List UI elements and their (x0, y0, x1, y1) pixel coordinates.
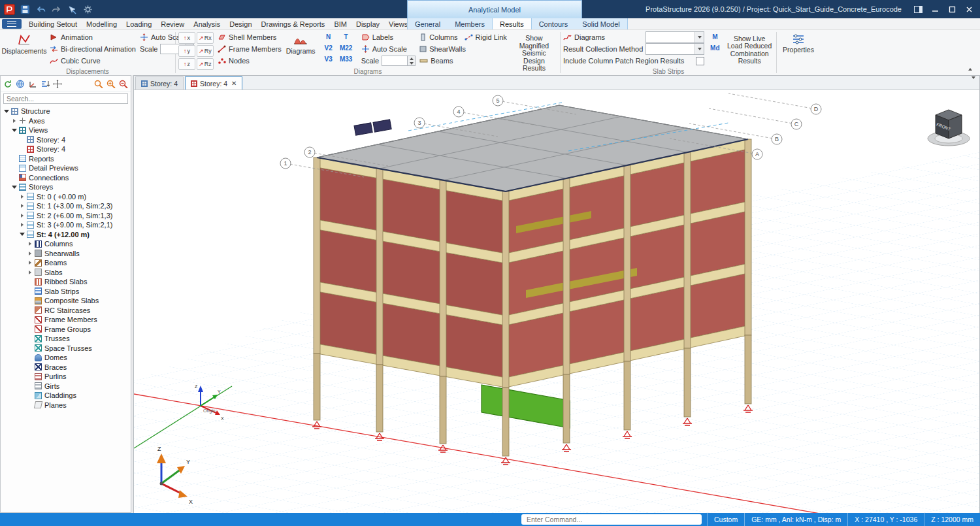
tree-item-slabs[interactable]: Slabs (1, 268, 131, 278)
diagram-axis-y-button[interactable]: ↑y (178, 45, 195, 57)
show-magnified-seismic-button[interactable]: Show Magnified Seismic Design Results (511, 32, 557, 67)
expander-icon[interactable] (27, 240, 33, 247)
tree-item-views[interactable]: Views (1, 125, 131, 135)
tree-item-structure[interactable]: Structure (1, 107, 131, 116)
diagrams-scale-stepper[interactable] (408, 56, 416, 66)
expander-icon[interactable] (19, 193, 25, 200)
status-units[interactable]: GE: mm , Anl: kN-m , Disp: m (744, 513, 847, 526)
close-tab-icon[interactable]: ✕ (231, 80, 237, 87)
tree-item-detail-previews[interactable]: Detail Previews (1, 163, 131, 173)
tree-item-storey-view-active[interactable]: Storey: 4 (1, 144, 131, 154)
result-collection-select[interactable] (645, 43, 704, 55)
show-live-load-reduced-button[interactable]: Show Live Load Reduced Combination Resul… (725, 32, 774, 67)
properties-button[interactable]: Properties (779, 32, 817, 67)
expander-icon[interactable] (27, 250, 33, 257)
undo-icon[interactable] (35, 3, 46, 15)
redo-icon[interactable] (50, 3, 62, 15)
expander-icon[interactable] (27, 269, 33, 276)
expander-icon[interactable] (19, 212, 25, 219)
diagram-beams-toggle[interactable]: Beams (419, 56, 507, 66)
expander-icon[interactable] (11, 118, 18, 124)
status-profile[interactable]: Custom (707, 513, 744, 526)
tab-solid-model[interactable]: Solid Model (575, 18, 627, 29)
tree-item-claddings[interactable]: Claddings (1, 391, 131, 401)
expander-icon[interactable] (19, 203, 25, 209)
tree-item-ribbed-slabs[interactable]: Ribbed Slabs (1, 277, 131, 287)
tree-item-st3[interactable]: St: 3 (+9.00 m, Sim:2,1) (1, 220, 131, 230)
cubic-curve-button[interactable]: Cubic Curve (50, 56, 136, 66)
tree-item-composite-slabs[interactable]: Composite Slabs (1, 296, 131, 306)
refresh-icon[interactable] (3, 80, 12, 88)
view-cube[interactable]: FRONT (928, 110, 970, 146)
settings-gear-icon[interactable] (82, 3, 93, 15)
axes-triad-icon[interactable] (28, 80, 37, 88)
3d-canvas[interactable]: 1 2 3 4 5 A B C D (134, 90, 979, 513)
menu-design[interactable]: Design (225, 20, 256, 28)
menu-modelling[interactable]: Modelling (82, 20, 122, 28)
tab-general[interactable]: General (408, 18, 448, 29)
tab-members[interactable]: Members (448, 18, 492, 29)
tree-item-columns[interactable]: Columns (1, 239, 131, 249)
menu-bim[interactable]: BIM (329, 20, 351, 28)
tree-item-storeys[interactable]: Storeys (1, 182, 131, 192)
tree-item-purlins[interactable]: Purlins (1, 372, 131, 382)
menu-analysis[interactable]: Analysis (189, 20, 225, 28)
zoom-in-icon[interactable] (106, 80, 116, 88)
panel-toggle-icon[interactable] (911, 3, 925, 16)
tree-item-st1[interactable]: St: 1 (+3.00 m, Sim:2,3) (1, 201, 131, 211)
save-icon[interactable] (19, 3, 31, 15)
component-m33-button[interactable]: M33 (338, 54, 355, 64)
component-n-button[interactable]: N (320, 32, 337, 42)
diagram-axis-x-button[interactable]: ↑x (178, 32, 195, 44)
diagram-shearwalls-toggle[interactable]: ShearWalls (419, 44, 507, 54)
slab-md-button[interactable]: Md (708, 43, 721, 53)
collapse-ribbon-chevron[interactable] (966, 66, 975, 73)
diagrams-scale-input[interactable] (382, 56, 408, 66)
tree-item-braces[interactable]: Braces (1, 363, 131, 372)
menu-building-setout[interactable]: Building Setout (24, 20, 82, 28)
tree-item-st4[interactable]: St: 4 (+12.00 m) (1, 230, 131, 240)
include-patch-checkbox[interactable] (696, 57, 704, 65)
select-edit-icon[interactable] (66, 3, 78, 15)
maximize-button[interactable] (945, 3, 959, 16)
menu-drawings-reports[interactable]: Drawings & Reports (257, 20, 330, 28)
diagrams-button[interactable]: Diagrams (286, 32, 316, 67)
labels-toggle[interactable]: Labels (361, 32, 416, 42)
expander-icon[interactable] (3, 108, 10, 114)
tab-results[interactable]: Results (492, 18, 532, 29)
component-m22-button[interactable]: M22 (338, 43, 355, 53)
diagram-rotation-y-button[interactable]: ↗Ry (197, 45, 214, 57)
menu-loading[interactable]: Loading (122, 20, 156, 28)
tree-item-axes[interactable]: Axes (1, 116, 131, 126)
menu-display[interactable]: Display (351, 20, 384, 28)
tree-item-planes[interactable]: Planes (1, 401, 131, 410)
expander-icon[interactable] (19, 231, 25, 238)
file-menu-button[interactable] (2, 19, 22, 29)
animation-button[interactable]: Animation (50, 32, 136, 42)
minimize-button[interactable] (928, 3, 942, 16)
diagram-rotation-x-button[interactable]: ↗Rx (197, 32, 214, 44)
tree-item-shearwalls[interactable]: Shearwalls (1, 249, 131, 259)
tab-list-chevron[interactable] (972, 79, 975, 87)
nodes-toggle[interactable]: Nodes (218, 56, 282, 66)
slab-diagrams-select[interactable] (645, 31, 704, 43)
close-button[interactable] (962, 3, 976, 16)
tree-item-beams[interactable]: Beams (1, 258, 131, 268)
zoom-select-icon[interactable] (94, 80, 103, 88)
tree-item-frame-groups[interactable]: Frame Groups (1, 325, 131, 335)
expander-icon[interactable] (19, 222, 25, 228)
globe-icon[interactable] (16, 80, 25, 88)
tree-item-frame-members[interactable]: Frame Members (1, 315, 131, 325)
menu-review[interactable]: Review (156, 20, 189, 28)
expander-icon[interactable] (27, 259, 33, 266)
diagrams-auto-scale-button[interactable]: Auto Scale (361, 44, 416, 54)
expander-icon[interactable] (11, 184, 18, 190)
pan-compass-icon[interactable] (53, 80, 62, 88)
tree-item-space-trusses[interactable]: Space Trusses (1, 344, 131, 353)
zoom-out-icon[interactable] (119, 80, 128, 88)
tree-item-st2[interactable]: St: 2 (+6.00 m, Sim:1,3) (1, 211, 131, 221)
bidirectional-animation-button[interactable]: Bi-directional Animation (50, 44, 136, 54)
component-v3-button[interactable]: V3 (320, 54, 337, 64)
diagram-columns-toggle[interactable]: Columns (419, 32, 457, 42)
viewport-tab-storey4-active[interactable]: Storey: 4 ✕ (185, 76, 242, 90)
